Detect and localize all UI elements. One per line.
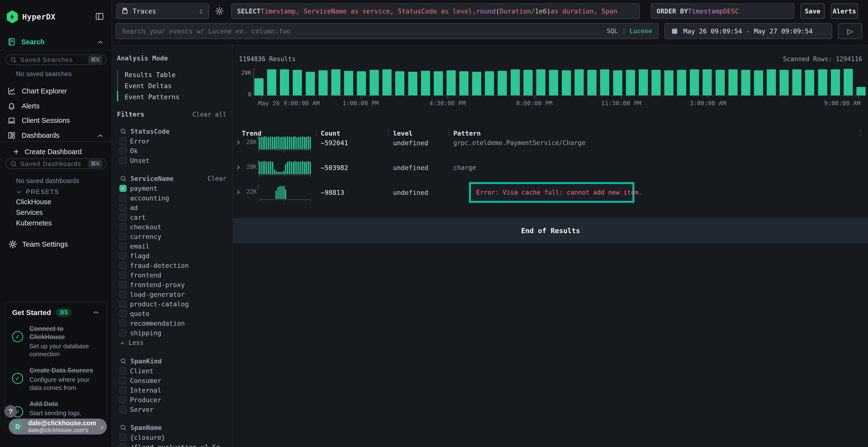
checkbox[interactable] <box>119 243 127 250</box>
search-icon[interactable] <box>120 358 127 365</box>
search-icon[interactable] <box>120 175 127 182</box>
row-expand-chevron-icon[interactable] <box>235 189 242 196</box>
filter-option-email[interactable]: email <box>113 241 232 251</box>
analysis-mode-event-deltas[interactable]: Event Deltas <box>117 80 232 91</box>
filter-option-fraud-detection[interactable]: fraud-detection <box>113 261 232 270</box>
analysis-mode-event-patterns[interactable]: Event Patterns <box>117 91 232 102</box>
preset-services[interactable]: Services <box>16 209 43 216</box>
filter-option--closure-[interactable]: {closure} <box>113 433 232 442</box>
checkbox[interactable] <box>119 233 127 240</box>
filter-option-ad[interactable]: ad <box>113 203 232 212</box>
filter-option-cart[interactable]: cart <box>113 212 232 222</box>
filter-option-server[interactable]: Server <box>113 405 232 414</box>
order-by-input[interactable]: ORDER BY Timestamp DESC <box>651 3 794 19</box>
sidebar-item-dashboards[interactable]: Dashboards <box>7 129 105 142</box>
checkbox[interactable] <box>119 406 127 413</box>
search-icon[interactable] <box>120 424 127 431</box>
filter-option-load-generator[interactable]: load-generator <box>113 289 232 299</box>
filter-option-quote[interactable]: quote <box>113 309 232 318</box>
saved-dashboards-input[interactable]: Saved Dashboards ⌘K <box>5 159 106 169</box>
filter-option-frontend[interactable]: frontend <box>113 270 232 280</box>
checkbox[interactable] <box>119 271 127 279</box>
checkbox[interactable] <box>119 138 127 145</box>
filter-option-consumer[interactable]: Consumer <box>113 376 232 385</box>
checkbox[interactable] <box>119 386 127 394</box>
create-dashboard-button[interactable]: Create Dashboard <box>12 145 105 158</box>
filter-option-recommendation[interactable]: recommendation <box>113 318 232 328</box>
checkbox[interactable] <box>119 319 127 327</box>
event-search-bar[interactable]: SQL | Lucene <box>116 23 658 39</box>
search-icon[interactable] <box>120 128 127 135</box>
sidebar-collapse-icon[interactable] <box>95 11 104 21</box>
get-started-item[interactable]: ✓Connect to ClickHouseSet up your databa… <box>12 325 100 358</box>
row-expand-chevron-icon[interactable] <box>235 164 242 171</box>
row-expand-chevron-icon[interactable] <box>235 139 242 146</box>
checkbox-checked[interactable]: ✓ <box>119 185 127 192</box>
filter-option-currency[interactable]: currency <box>113 232 232 241</box>
checkbox[interactable] <box>119 396 127 403</box>
filter-option-product-catalog[interactable]: product-catalog <box>113 299 232 309</box>
chevron-up-icon[interactable] <box>97 38 104 46</box>
results-histogram[interactable]: 28K 0 May 26 9:00:00 AM1:00:00 PM4:30:00… <box>239 69 866 105</box>
chevron-up-icon[interactable] <box>97 131 104 139</box>
search-input[interactable] <box>122 28 603 35</box>
checkbox[interactable] <box>119 252 127 260</box>
filter-option-internal[interactable]: Internal <box>113 385 232 395</box>
sidebar-item-team-settings[interactable]: Team Settings <box>8 238 105 250</box>
alerts-button[interactable]: Alerts <box>831 3 858 19</box>
filter-option--flagd-evaluation-v1-se-[interactable]: /flagd.evaluation.v1.Se… <box>113 442 232 447</box>
presets-toggle[interactable]: PRESETS <box>16 188 59 195</box>
checkbox[interactable] <box>119 281 127 288</box>
filter-option-flagd[interactable]: flagd <box>113 251 232 261</box>
checkbox[interactable] <box>119 291 127 298</box>
checkbox[interactable] <box>119 443 127 447</box>
filter-option-payment[interactable]: ✓payment <box>113 183 232 193</box>
checkbox[interactable] <box>119 377 127 384</box>
lucene-mode-toggle[interactable]: Lucene <box>629 28 652 35</box>
run-query-button[interactable]: ▷ <box>838 23 862 39</box>
checkbox[interactable] <box>119 367 127 375</box>
sidebar-item-search[interactable]: Search <box>7 36 105 48</box>
sidebar-item-alerts[interactable]: Alerts <box>7 100 105 112</box>
filter-option-checkout[interactable]: checkout <box>113 222 232 232</box>
filter-option-accounting[interactable]: accounting <box>113 193 232 203</box>
preset-kubernetes[interactable]: Kubernetes <box>16 219 52 227</box>
filter-option-client[interactable]: Client <box>113 366 232 376</box>
checkbox[interactable] <box>119 262 127 269</box>
checkbox[interactable] <box>119 147 127 154</box>
checkbox[interactable] <box>119 300 127 308</box>
table-row[interactable]: 28K~503982undefinedcharge <box>233 156 868 180</box>
chevron-up-icon[interactable] <box>92 309 100 316</box>
filter-option-producer[interactable]: Producer <box>113 395 232 405</box>
date-range-picker[interactable]: May 26 09:09:54 - May 27 09:09:54 <box>664 23 832 39</box>
checkbox[interactable] <box>119 214 127 221</box>
filter-option-shipping[interactable]: shipping <box>113 328 232 338</box>
table-row[interactable]: 28K~592041undefinedgrpc.oteldemo.Payment… <box>233 131 868 156</box>
checkbox[interactable] <box>119 329 127 337</box>
table-row[interactable]: 22K~98813undefinedError: Visa cache full… <box>233 180 868 205</box>
checkbox[interactable] <box>119 310 127 317</box>
checkbox[interactable] <box>119 194 127 202</box>
sidebar-item-chart-explorer[interactable]: Chart Explorer <box>7 85 105 97</box>
saved-searches-input[interactable]: Saved Searches ⌘K <box>5 55 106 65</box>
sql-mode-toggle[interactable]: SQL <box>607 28 618 35</box>
analysis-mode-results-table[interactable]: Results Table <box>117 69 232 80</box>
user-menu[interactable]: D dale@clickhouse.com dale@clickhouse.co… <box>9 419 107 435</box>
save-button[interactable]: Save <box>801 3 825 19</box>
preset-clickhouse[interactable]: ClickHouse <box>16 198 51 206</box>
filter-option-error[interactable]: Error <box>113 136 232 146</box>
get-started-item[interactable]: ✓Create Data SourcesConfigure where your… <box>12 367 100 392</box>
checkbox[interactable] <box>119 434 127 441</box>
filter-option-ok[interactable]: Ok <box>113 146 232 156</box>
checkbox[interactable] <box>119 204 127 211</box>
filter-option-frontend-proxy[interactable]: frontend-proxy <box>113 280 232 289</box>
filter-option-unset[interactable]: Unset <box>113 156 232 165</box>
highlighted-pattern-box[interactable]: Error: Visa cache full: cannot add new i… <box>469 182 634 203</box>
source-settings-gear-icon[interactable] <box>215 6 224 16</box>
clear-all-link[interactable]: Clear all <box>192 111 226 118</box>
sidebar-item-client-sessions[interactable]: Client Sessions <box>7 114 105 127</box>
source-select[interactable]: Traces <box>116 3 209 19</box>
filter-group-clear-link[interactable]: Clear <box>208 175 226 182</box>
select-clause-input[interactable]: SELECT Timestamp, ServiceName as service… <box>231 3 640 19</box>
help-button[interactable]: ? <box>4 405 17 418</box>
